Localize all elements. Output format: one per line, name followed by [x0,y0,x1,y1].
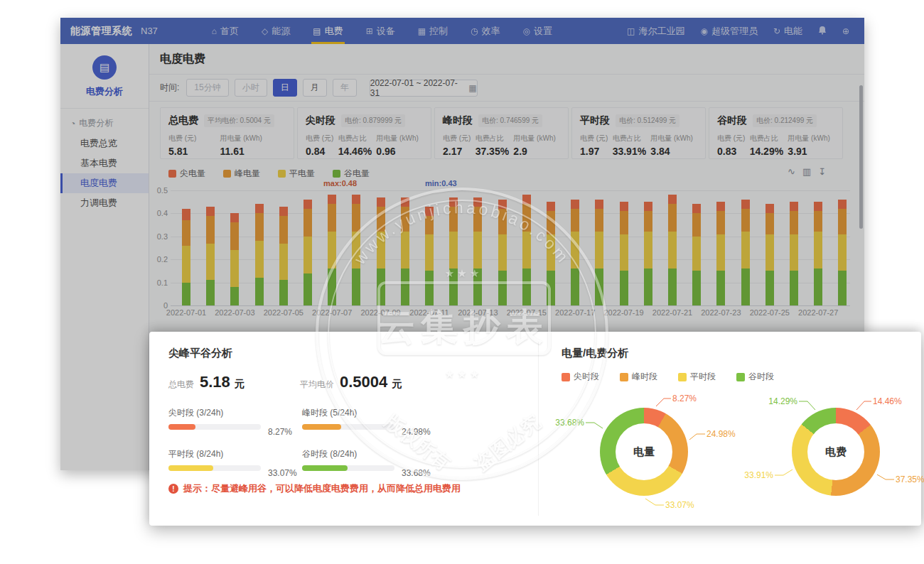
progress-percent: 8.27% [268,427,292,437]
donut-legend-峰时段[interactable]: 峰时段 [620,371,657,383]
metric-电费 (元): 电费 (元)0.83 [717,134,749,157]
bar-2022-07-23-峰电量 [716,211,725,234]
donut-legend-平时段[interactable]: 平时段 [678,371,716,383]
nav-item-label: 设置 [534,25,552,38]
bar-2022-07-03-尖电量 [230,213,239,222]
scrollbar-thumb[interactable] [859,85,863,229]
avg-price-value: 0.5004 元 [340,373,402,391]
total-fee-label: 总电费 [168,379,194,391]
time-button-小时[interactable]: 小时 [235,79,267,97]
bar-2022-07-18-平电量 [595,232,603,269]
card-price-badge: 电价: 0.746599 元 [478,114,542,127]
date-range-input[interactable]: 2022-07-01 ~ 2022-07-31 ▦ [370,80,478,97]
gridline-0.5 [171,190,850,191]
sidebar-items: 电费总览基本电费电度电费力调电费 [60,134,149,213]
line-chart-icon[interactable]: ∿ [788,166,795,177]
metric-label: 电费 (元) [306,134,333,143]
nav-right-超级管理员[interactable]: ◉超级管理员 [692,25,765,38]
sidebar-item-基本电费[interactable]: 基本电费 [60,153,149,173]
x-tick-2022-07-27: 2022-07-27 [791,308,845,317]
nav-right-bell-icon[interactable] [810,26,834,37]
x-tick-2022-07-03: 2022-07-03 [208,308,262,317]
nav-item-首页[interactable]: ⌂首页 [200,18,250,44]
metric-value: 37.35% [476,146,509,157]
metric-用电量 (kWh): 用电量 (kWh)3.91 [788,134,834,157]
bar-2022-07-20-尖电量 [644,202,652,211]
metric-label: 电费占比 [476,134,509,143]
nav-right-电能[interactable]: ↻电能 [765,25,810,38]
nav-right-海尔工业园[interactable]: ◫海尔工业园 [619,25,692,38]
bar-2022-07-05-峰电量 [279,216,288,244]
bar-2022-07-14-尖电量 [498,200,507,209]
nav-right-globe-icon[interactable]: ⊕ [834,26,857,36]
donut-label-平时段: 33.07% [665,500,694,510]
legend-item-尖电量[interactable]: 尖电量 [168,168,205,180]
progress-fill [168,424,195,430]
metric-label: 电费 (元) [580,134,608,143]
nav-item-设置[interactable]: ◎设置 [512,18,564,44]
donut-legend-谷时段[interactable]: 谷时段 [736,371,774,383]
metric-用电量 (kWh): 用电量 (kWh)11.61 [220,134,267,157]
top-nav: 能源管理系统 N37 ⌂首页◇能源▤电费⊞设备▦控制◷效率◎设置 ◫海尔工业园◉… [60,18,864,44]
metric-label: 电费 (元) [443,134,471,143]
bar-2022-07-02-平电量 [206,244,215,281]
card-metrics: 电费 (元)2.17电费占比37.35%用电量 (kWh)2.9 [443,134,560,157]
metric-用电量 (kWh): 用电量 (kWh)3.84 [650,134,697,157]
time-button-日[interactable]: 日 [273,79,297,97]
sidebar-item-电费总览[interactable]: 电费总览 [60,134,149,153]
bar-2022-07-07-峰电量 [328,204,336,232]
bar-2022-07-23-谷电量 [716,271,725,305]
bar-2022-07-02-尖电量 [206,207,215,216]
time-button-15分钟[interactable]: 15分钟 [186,79,228,97]
y-tick-0.4: 0.4 [151,209,168,217]
nav-item-电费[interactable]: ▤电费 [301,18,354,44]
download-icon[interactable]: ↧ [818,166,826,177]
bar-2022-07-04-尖电量 [255,204,264,213]
tip-row: ! 提示：尽量避峰用谷，可以降低电度电费费用，从而降低总用电费用 [168,482,461,495]
bar-2022-07-19-尖电量 [620,202,628,211]
time-button-年[interactable]: 年 [333,79,357,97]
bar-chart-icon[interactable]: ▥ [802,166,811,177]
card-title: 总电费 [168,114,198,127]
bar-2022-07-21-谷电量 [668,269,677,305]
bar-2022-07-19-平电量 [620,234,628,271]
bar-2022-07-21-平电量 [668,232,677,269]
x-tick-2022-07-17: 2022-07-17 [548,308,602,317]
sidebar-item-力调电费[interactable]: 力调电费 [60,193,149,213]
period-row-峰时段 (5/24h): 峰时段 (5/24h)24.98% [302,407,436,430]
nav-right-label: 超级管理员 [711,25,758,38]
legend-item-峰电量[interactable]: 峰电量 [223,168,260,180]
time-button-月[interactable]: 月 [303,79,327,97]
metric-label: 用电量 (kWh) [376,134,418,143]
bar-2022-07-09-平电量 [377,232,385,269]
nav-item-能源[interactable]: ◇能源 [250,18,301,44]
metric-label: 用电量 (kWh) [220,134,262,143]
donut-legend-尖时段[interactable]: 尖时段 [562,371,599,383]
legend-swatch [168,170,176,178]
bar-2022-07-20-平电量 [644,232,652,269]
legend-swatch [333,170,340,178]
metric-value: 5.81 [168,146,196,157]
sidebar-item-电度电费[interactable]: 电度电费 [60,173,149,193]
bill-analysis-icon: ▤ [92,55,117,80]
period-bar-wrap: 33.68% [302,465,436,471]
metric-label: 电费 (元) [717,134,745,143]
progress-track [302,465,394,471]
metric-电费占比: 电费占比14.46% [338,134,376,157]
nav-item-控制[interactable]: ▦控制 [407,18,459,44]
bar-2022-07-11-尖电量 [425,207,434,216]
period-row-平时段 (8/24h): 平时段 (8/24h)33.07% [168,448,302,471]
bar-2022-07-25-平电量 [765,234,774,271]
nav-item-label: 首页 [220,25,239,38]
bar-2022-07-20-谷电量 [644,269,652,305]
legend-item-谷电量[interactable]: 谷电量 [333,168,370,180]
legend-item-平电量[interactable]: 平电量 [278,168,315,180]
card-header: 谷时段电价: 0.212499 元 [717,114,834,127]
bar-2022-07-13-峰电量 [473,207,482,232]
bar-2022-07-21-尖电量 [668,195,677,204]
metric-value: 3.84 [650,146,692,157]
bar-2022-07-26-峰电量 [790,211,798,234]
nav-item-设备[interactable]: ⊞设备 [355,18,407,44]
bar-2022-07-18-尖电量 [595,200,603,209]
nav-item-效率[interactable]: ◷效率 [459,18,511,44]
